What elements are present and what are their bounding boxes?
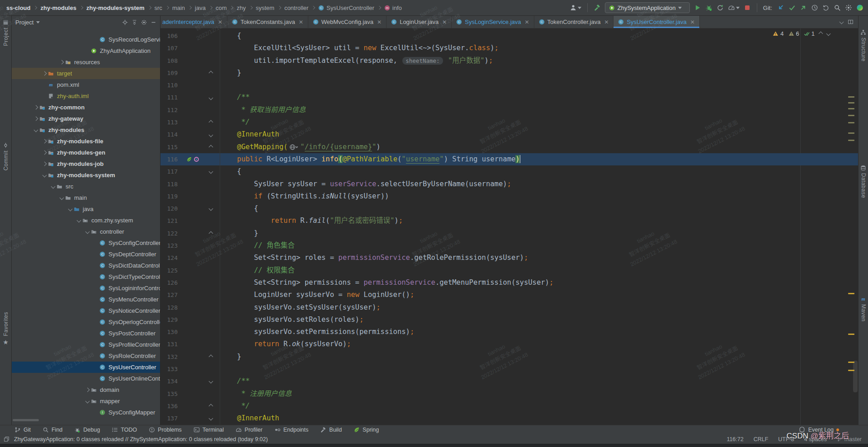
run-button[interactable]	[694, 4, 701, 11]
sidebar-item-project[interactable]: Project	[0, 19, 11, 46]
tab-TokenController.java[interactable]: CTokenController.java✕	[534, 16, 614, 28]
tree-item[interactable]: target	[12, 68, 160, 79]
tree-item[interactable]: zhy-common	[12, 102, 160, 113]
code-line-117[interactable]: 117 {	[160, 165, 858, 178]
line-number[interactable]: 108	[160, 55, 180, 67]
tab-WebMvcConfig.java[interactable]: CWebMvcConfig.java✕	[308, 16, 387, 28]
tree-item[interactable]: mpom.xml	[12, 79, 160, 90]
code-text[interactable]: // 权限集合	[220, 264, 858, 277]
fold-down-icon[interactable]	[209, 132, 213, 137]
code-line-119[interactable]: 119 if (StringUtils.isNull(sysUser))	[160, 190, 858, 202]
code-text[interactable]: // 角色集合	[220, 240, 858, 252]
tree-item[interactable]: CSysRoleController	[12, 350, 160, 362]
code-text[interactable]: SysUser sysUser = userService.selectUser…	[220, 178, 858, 190]
code-text[interactable]: ExcelUtil<SysUser> util = new ExcelUtil<…	[220, 42, 858, 54]
fold-down-icon[interactable]	[85, 230, 90, 234]
tree-item[interactable]: CSysDictDataController	[12, 260, 160, 271]
tree-item[interactable]: CSysConfigController	[12, 237, 160, 249]
toolwindow-button-spring[interactable]: Spring	[354, 427, 379, 433]
fold-up-icon[interactable]	[819, 32, 823, 36]
fold-down-icon[interactable]	[51, 184, 55, 189]
line-number[interactable]: 116	[160, 153, 180, 165]
line-number[interactable]: 122	[160, 227, 180, 240]
code-line-135[interactable]: 135 * 注册用户信息	[160, 388, 858, 400]
toolwindow-button-profiler[interactable]: Profiler	[236, 427, 263, 433]
tree-item[interactable]: zhy-modules-gen	[12, 147, 160, 158]
tree-item[interactable]: CSysUserOnlineController	[12, 373, 160, 384]
chevron-right-icon[interactable]	[33, 105, 38, 110]
tree-item[interactable]: main	[12, 192, 160, 203]
rerun-button[interactable]	[717, 4, 724, 11]
tree-item[interactable]: zhy-modules-file	[12, 136, 160, 147]
code-text[interactable]: LoginUser sysUserVo = new LoginUser();	[220, 289, 858, 301]
code-line-136[interactable]: 136 */	[160, 400, 858, 412]
code-line-120[interactable]: 120 {	[160, 202, 858, 215]
code-line-116[interactable]: 116 public R<LoginUser> info(@PathVariab…	[160, 153, 858, 165]
tab-TokenConstants.java[interactable]: CTokenConstants.java✕	[227, 16, 308, 28]
settings-button[interactable]	[845, 4, 852, 11]
fold-up-icon[interactable]	[209, 71, 213, 75]
tree-item[interactable]: CSysRecordLogService	[12, 34, 160, 45]
code-text[interactable]: {	[220, 165, 858, 178]
run-configuration-select[interactable]: ZhySystemApplication	[605, 2, 690, 13]
tree-item[interactable]: src	[12, 181, 160, 192]
code-text[interactable]: util.importTemplateExcel(response, sheet…	[220, 55, 858, 67]
chevron-right-icon[interactable]	[42, 71, 47, 76]
code-text[interactable]: @InnerAuth	[220, 128, 858, 141]
line-number[interactable]: 127	[160, 289, 180, 301]
tree-item[interactable]: CSysMenuController	[12, 294, 160, 305]
breadcrumb-item[interactable]: zhy	[236, 5, 245, 11]
line-number[interactable]: 109	[160, 67, 180, 79]
code-text[interactable]: {	[220, 202, 858, 215]
line-number[interactable]: 135	[160, 388, 180, 400]
chevron-right-icon[interactable]	[33, 117, 38, 121]
code-text[interactable]: public R<LoginUser> info(@PathVariable("…	[220, 153, 858, 165]
breadcrumb-item[interactable]: system	[256, 5, 274, 11]
code-text[interactable]: if (StringUtils.isNull(sysUser))	[220, 190, 858, 202]
fold-down-icon[interactable]	[209, 207, 213, 211]
tab-SysUserController.java[interactable]: CSysUserController.java✕	[613, 16, 699, 28]
tab-LoginUser.java[interactable]: CLoginUser.java✕	[387, 16, 452, 28]
line-ending[interactable]: CRLF	[754, 436, 769, 442]
line-number[interactable]: 123	[160, 240, 180, 252]
tree-item[interactable]: com.zhy.system	[12, 215, 160, 226]
git-branch[interactable]: master	[837, 436, 862, 442]
code-line-124[interactable]: 124 Set<String> roles = permissionServic…	[160, 252, 858, 264]
code-line-111[interactable]: 111 /**	[160, 91, 858, 104]
tab-aderInterceptor.java[interactable]: aderInterceptor.java✕	[160, 16, 227, 28]
toolwindow-button-build[interactable]: Build	[320, 427, 342, 433]
tree-item[interactable]: controller	[12, 226, 160, 237]
code-text[interactable]: {	[220, 30, 858, 42]
git-update-button[interactable]	[777, 4, 784, 11]
line-number[interactable]: 131	[160, 338, 180, 350]
code-line-123[interactable]: 123 // 角色集合	[160, 240, 858, 252]
indent-setting[interactable]: 4 spaces	[804, 436, 827, 442]
tree-item[interactable]: mapper	[12, 395, 160, 407]
code-text[interactable]: /**	[220, 375, 858, 387]
code-line-113[interactable]: 113 */	[160, 116, 858, 128]
tree-item[interactable]: CSysNoticeController	[12, 305, 160, 316]
line-number[interactable]: 137	[160, 412, 180, 424]
line-number[interactable]: 129	[160, 314, 180, 326]
fold-down-icon[interactable]	[59, 196, 64, 200]
fold-down-icon[interactable]	[209, 95, 213, 100]
breadcrumb-item[interactable]: java	[195, 5, 206, 11]
line-number[interactable]: 111	[160, 91, 180, 104]
chevron-right-icon[interactable]	[59, 60, 64, 65]
code-text[interactable]: return R.ok(sysUserVo);	[220, 338, 858, 350]
user-account-button[interactable]	[570, 4, 581, 11]
inspections-widget[interactable]: 461	[773, 30, 830, 37]
fold-down-icon[interactable]	[826, 32, 831, 36]
hidden-tabs-chevron-icon[interactable]	[840, 20, 844, 24]
line-number[interactable]: 130	[160, 326, 180, 338]
fold-down-icon[interactable]	[42, 173, 47, 178]
fold-down-icon[interactable]	[33, 128, 38, 132]
spring-gutter-icon[interactable]	[186, 156, 192, 162]
fold-up-icon[interactable]	[209, 404, 213, 409]
tree-item[interactable]: CSysProfileController	[12, 339, 160, 350]
sidebar-item-database[interactable]: Database	[859, 165, 868, 198]
code-line-134[interactable]: 134 /**	[160, 375, 858, 387]
fold-down-icon[interactable]	[209, 379, 213, 384]
toolwindow-button-problems[interactable]: Problems	[149, 427, 182, 433]
fold-up-icon[interactable]	[209, 145, 213, 149]
